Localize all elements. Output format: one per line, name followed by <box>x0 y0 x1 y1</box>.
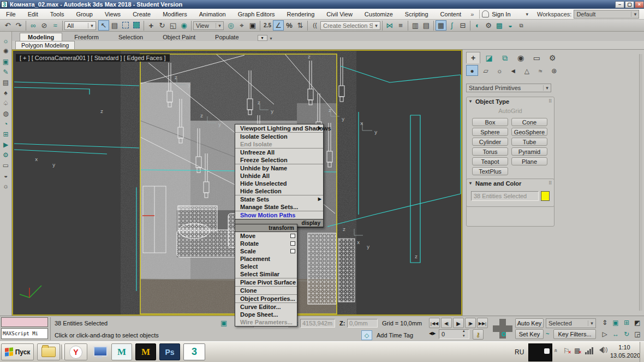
snaps-toggle-icon[interactable]: 2.5 <box>262 20 273 31</box>
render-flyout-icon[interactable]: ⧉ <box>516 20 527 31</box>
pencil-icon[interactable]: ✎ <box>1 67 11 78</box>
ribbon-tab-selection[interactable]: Selection <box>111 33 151 41</box>
space-warps-category-icon[interactable]: ≈ <box>534 66 546 76</box>
render-production-icon[interactable]: ◒ <box>505 20 516 31</box>
render-setup-icon[interactable]: ⚙ <box>483 20 494 31</box>
auto-key-button[interactable]: Auto Key <box>515 318 544 328</box>
pyramid-button[interactable]: Pyramid <box>511 147 547 156</box>
camera-icon[interactable]: ▣ <box>1 57 11 67</box>
tab-create[interactable]: + <box>466 52 480 63</box>
torus-icon[interactable]: ◍ <box>1 109 11 119</box>
menu-group[interactable]: Group <box>70 9 99 20</box>
menu-item-show-motion-paths[interactable]: Show Motion Paths <box>235 211 323 219</box>
menu-scripting[interactable]: Scripting <box>399 9 434 20</box>
unlink-selection-icon[interactable]: ⊘ <box>39 20 50 31</box>
menu-customize[interactable]: Customize <box>359 9 399 20</box>
menu-item-clone[interactable]: Clone <box>235 287 297 294</box>
menu-item-manage-state-sets[interactable]: Manage State Sets... <box>235 203 323 211</box>
spinner-snap-icon[interactable]: ⇅ <box>295 20 306 31</box>
next-frame-button[interactable]: |▶ <box>465 318 476 328</box>
named-selection-set-dropdown[interactable]: Create Selection Se ▾ <box>320 21 380 30</box>
select-object-icon[interactable]: ↖ <box>98 20 109 31</box>
menu-overflow-icon[interactable]: » <box>467 9 477 20</box>
close-button[interactable]: × <box>635 1 644 8</box>
menu-item-rotate[interactable]: Rotate <box>235 240 297 247</box>
z-coordinate-field[interactable]: 0,0mm <box>347 319 378 328</box>
ribbon-tab-populate[interactable]: Populate <box>207 33 246 41</box>
redo-icon[interactable]: ↷ <box>13 20 24 31</box>
title-bar[interactable]: 3 Комната_02.max - Autodesk 3ds Max 2018… <box>0 0 644 9</box>
menu-edit[interactable]: Edit <box>22 9 44 20</box>
add-viewport-icon[interactable]: ⊞ <box>1 129 11 140</box>
video-playback-icon[interactable]: ▶ <box>1 140 11 150</box>
isolate-selection-toggle[interactable]: ▣ <box>220 319 227 327</box>
object-name-field[interactable]: 38 Entities Selected <box>471 191 539 201</box>
menu-graph-editors[interactable]: Graph Editors <box>232 9 281 20</box>
ribbon-tab-object-paint[interactable]: Object Paint <box>155 33 203 41</box>
add-time-tag[interactable]: Add Time Tag <box>377 332 413 339</box>
name-and-color-header[interactable]: ▾ Name and Color ⠿ <box>467 179 554 188</box>
monitor-icon[interactable]: ▭ <box>1 161 11 171</box>
menu-item-scale[interactable]: Scale <box>235 247 297 255</box>
menu-item-dope-sheet[interactable]: Dope Sheet... <box>235 311 297 318</box>
select-and-manipulate-icon[interactable]: ⌖ <box>236 20 247 31</box>
field-of-view-icon[interactable]: ◩ <box>632 318 643 328</box>
set-key-button[interactable]: Set Key <box>515 329 544 339</box>
3dsmax-taskbar-button-active[interactable]: 3 <box>183 343 205 360</box>
textplus-button[interactable]: TextPlus <box>472 167 508 175</box>
workspace-selector[interactable]: Default ▾ <box>574 10 639 19</box>
maximize-viewport-toggle-icon[interactable]: ◲ <box>632 329 643 340</box>
toggle-layer-explorer-icon[interactable]: ▤ <box>421 20 432 31</box>
sun-icon[interactable]: ✺ <box>1 46 11 57</box>
tube-button[interactable]: Tube <box>511 138 547 146</box>
schematic-view-icon[interactable]: ⊟ <box>457 20 468 31</box>
geometry-category-icon[interactable]: ● <box>466 65 478 76</box>
zoom-extents-all-icon[interactable]: ⊞ <box>621 318 632 328</box>
select-and-rotate-icon[interactable]: ↻ <box>157 20 168 31</box>
ribbon-tab-modeling[interactable]: Modeling <box>20 33 62 41</box>
minimize-button[interactable]: – <box>615 1 624 8</box>
settings-box-icon[interactable] <box>290 241 295 246</box>
y-coordinate-field[interactable]: 4153,942m <box>300 319 335 328</box>
maxscript-mini-listener-pink[interactable] <box>1 317 48 327</box>
menu-item-curve-editor[interactable]: Curve Editor... <box>235 303 297 311</box>
select-and-place-icon[interactable]: ◉ <box>178 20 189 31</box>
pan-view-icon[interactable]: ↔ <box>610 329 621 340</box>
reference-coordinate-dropdown[interactable]: View ▾ <box>193 21 224 30</box>
toggle-scene-explorer-icon[interactable]: ▥ <box>410 20 421 31</box>
play-button[interactable]: ▶ <box>453 318 464 328</box>
zoom-icon[interactable]: ⇕ <box>599 318 610 328</box>
keyboard-override-icon[interactable]: ▣ <box>247 20 258 31</box>
show-desktop-button[interactable] <box>640 342 644 362</box>
use-pivot-center-icon[interactable]: ◎ <box>225 20 236 31</box>
menu-item-select-similar[interactable]: Select Similar <box>235 270 297 278</box>
clock[interactable]: 1:10 13.05.2020 <box>610 343 639 360</box>
rendered-frame-window-icon[interactable]: ▩ <box>494 20 505 31</box>
orbit-icon[interactable]: ↻ <box>621 329 632 340</box>
rectangular-selection-region-icon[interactable] <box>120 20 131 31</box>
lights-category-icon[interactable]: ☼ <box>493 66 505 76</box>
select-and-move-icon[interactable]: + <box>146 20 157 31</box>
cameras-category-icon[interactable]: ◄ <box>507 66 519 76</box>
frame-spinner-down-icon[interactable]: ▾ <box>463 334 465 338</box>
maya-taskbar-button[interactable]: M <box>111 343 132 360</box>
network-signal-icon[interactable] <box>585 347 594 354</box>
remote-desktop-taskbar-button[interactable] <box>92 345 108 359</box>
teapot-icon[interactable]: ◒ <box>1 171 11 181</box>
time-tag-cube-icon[interactable]: ◇ <box>361 330 372 340</box>
percent-snap-icon[interactable]: % <box>284 20 295 31</box>
menu-item-freeze-selection[interactable]: Freeze Selection <box>235 156 323 164</box>
cone-button[interactable]: Cone <box>511 118 547 126</box>
edit-named-selection-sets-icon[interactable]: ({ <box>309 20 320 31</box>
toggle-ribbon-icon[interactable]: ▦ <box>436 20 446 31</box>
show-hidden-icons-chevron[interactable]: « <box>553 349 559 352</box>
menu-modifiers[interactable]: Modifiers <box>157 9 193 20</box>
restore-button[interactable]: ▢ <box>625 1 634 8</box>
menu-item-object-properties[interactable]: Object Properties... <box>235 295 297 302</box>
plane-button[interactable]: Plane <box>511 157 547 165</box>
menu-item-isolate-selection[interactable]: Isolate Selection <box>235 133 323 140</box>
settings-box-icon[interactable] <box>290 234 295 238</box>
select-and-scale-icon[interactable]: ◱ <box>168 20 178 31</box>
sign-in-button[interactable]: Sign In <box>492 11 510 17</box>
key-mode-toggle-icon[interactable]: ⚷ <box>473 329 484 340</box>
